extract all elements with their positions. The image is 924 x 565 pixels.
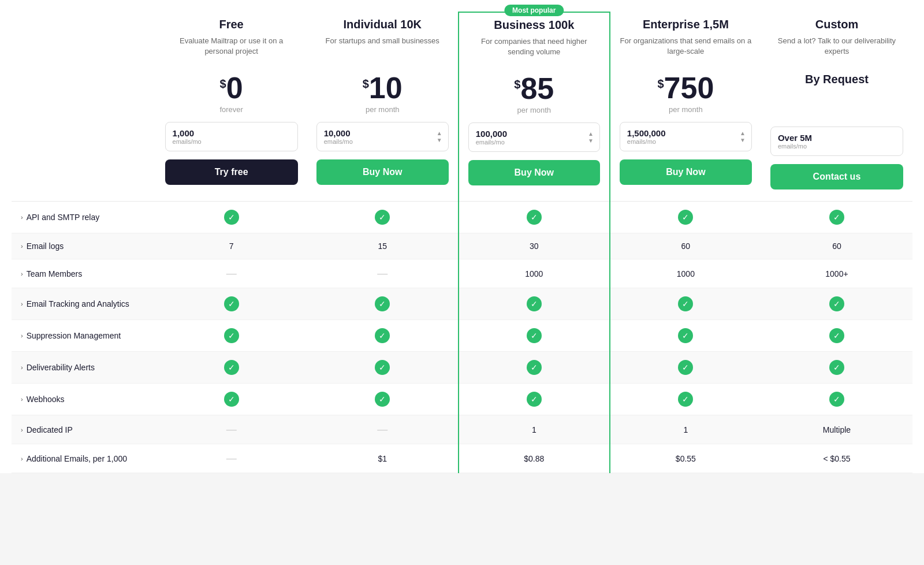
arrows-individual: ▲▼ (437, 130, 442, 144)
check-icon: ✓ (678, 210, 693, 225)
email-selector-individual[interactable]: 10,000 emails/mo ▲▼ (316, 122, 449, 151)
feature-label: ›Suppression Management (21, 331, 147, 340)
feature-name: API and SMTP relay (27, 213, 100, 222)
feature-value: $0.88 (524, 454, 544, 463)
chevron-icon[interactable]: › (21, 396, 23, 403)
check-icon: ✓ (678, 360, 693, 375)
cta-button-enterprise[interactable]: Buy Now (620, 159, 752, 185)
pricing-table: Free Evaluate Mailtrap or use it on a pe… (12, 12, 912, 473)
email-selector-free: 1,000 emails/mo (165, 122, 298, 151)
email-label-free: emails/mo (173, 138, 202, 145)
feature-value: $1 (378, 454, 387, 463)
check-icon: ✓ (375, 392, 390, 407)
email-selector-business[interactable]: 100,000 emails/mo ▲▼ (468, 122, 600, 152)
plan-col-enterprise: Enterprise 1,5M For organizations that s… (610, 12, 761, 202)
check-icon: ✓ (678, 296, 693, 311)
feature-value-cell: — (307, 259, 459, 288)
check-icon: ✓ (375, 328, 390, 343)
cta-button-individual[interactable]: Buy Now (316, 159, 449, 185)
plan-col-individual: Individual 10K For startups and small bu… (307, 12, 459, 202)
feature-row: ›Additional Emails, per 1,000—$1$0.88$0.… (12, 444, 912, 473)
feature-value-cell: < $0.55 (761, 444, 912, 473)
feature-value: 1000+ (825, 269, 848, 278)
feature-value: 1 (532, 425, 536, 434)
feature-value-cell: 30 (459, 233, 610, 259)
chevron-icon[interactable]: › (21, 364, 23, 371)
feature-label-cell: ›Webhooks (12, 384, 156, 415)
feature-value-cell: — (156, 259, 307, 288)
chevron-icon[interactable]: › (21, 243, 23, 250)
feature-value: $0.55 (676, 454, 696, 463)
feature-label-cell: ›Deliverability Alerts (12, 352, 156, 384)
feature-value: 1000 (525, 269, 543, 278)
feature-label-cell: ›Team Members (12, 259, 156, 288)
feature-value-cell: ✓ (761, 320, 912, 352)
feature-label: ›Dedicated IP (21, 425, 147, 434)
feature-label-cell: ›Suppression Management (12, 320, 156, 352)
plan-name-business: Business 100k (468, 18, 600, 32)
feature-value-cell: ✓ (156, 320, 307, 352)
feature-name: Team Members (27, 269, 82, 278)
price-currency-enterprise: $ (657, 77, 664, 91)
cta-button-custom[interactable]: Contact us (770, 164, 903, 189)
popular-badge: Most popular (504, 5, 564, 16)
plan-desc-business: For companies that need higher sending v… (468, 36, 600, 64)
feature-row: ›Email logs715306060 (12, 233, 912, 259)
feature-name: Email logs (27, 241, 64, 251)
chevron-icon[interactable]: › (21, 214, 23, 221)
price-value-business: 85 (520, 73, 554, 103)
feature-value: Multiple (823, 425, 851, 434)
feature-name: Additional Emails, per 1,000 (27, 454, 127, 463)
feature-value-cell: ✓ (156, 202, 307, 233)
feature-row: ›Team Members——100010001000+ (12, 259, 912, 288)
feature-value-cell: 7 (156, 233, 307, 259)
feature-row: ›Webhooks✓✓✓✓✓ (12, 384, 912, 415)
check-icon: ✓ (224, 392, 239, 407)
label-column-header (12, 12, 156, 202)
check-icon: ✓ (224, 328, 239, 343)
cta-button-business[interactable]: Buy Now (468, 160, 600, 185)
check-icon: ✓ (527, 296, 542, 311)
feature-name: Suppression Management (27, 331, 121, 340)
feature-value-cell: ✓ (459, 352, 610, 384)
check-icon: ✓ (829, 296, 844, 311)
check-icon: ✓ (527, 360, 542, 375)
price-value-individual: 10 (369, 73, 403, 103)
chevron-icon[interactable]: › (21, 455, 23, 462)
price-currency-free: $ (220, 77, 226, 91)
plan-price-custom: By Request (770, 73, 903, 107)
feature-label: ›API and SMTP relay (21, 213, 147, 222)
email-value-custom: Over 5M (778, 133, 812, 143)
cta-button-free[interactable]: Try free (165, 159, 298, 185)
chevron-icon[interactable]: › (21, 332, 23, 339)
feature-value-cell: $0.88 (459, 444, 610, 473)
email-value-business: 100,000 (476, 129, 507, 139)
arrows-business: ▲▼ (588, 131, 594, 144)
feature-label-cell: ›Email logs (12, 233, 156, 259)
feature-value-cell: ✓ (761, 352, 912, 384)
price-period-free: forever (165, 105, 298, 114)
check-icon: ✓ (224, 360, 239, 375)
email-label-business: emails/mo (476, 139, 505, 146)
chevron-icon[interactable]: › (21, 270, 23, 277)
price-value-enterprise: 750 (664, 73, 714, 103)
plan-col-custom: Custom Send a lot? Talk to our deliverab… (761, 12, 912, 202)
chevron-icon[interactable]: › (21, 300, 23, 307)
feature-value-cell: 1000+ (761, 259, 912, 288)
chevron-icon[interactable]: › (21, 426, 23, 433)
check-icon: ✓ (829, 328, 844, 343)
dash-icon: — (226, 452, 237, 464)
feature-value-cell: 1 (610, 415, 761, 444)
check-icon: ✓ (224, 296, 239, 311)
feature-value-cell: ✓ (610, 202, 761, 233)
feature-label: ›Email logs (21, 241, 147, 251)
email-selector-enterprise[interactable]: 1,500,000 emails/mo ▲▼ (620, 122, 752, 151)
plan-name-custom: Custom (770, 18, 903, 31)
feature-value: 7 (229, 241, 234, 251)
feature-value-cell: ✓ (459, 202, 610, 233)
feature-value-cell: ✓ (610, 384, 761, 415)
dash-icon: — (226, 423, 237, 435)
feature-value-cell: ✓ (156, 288, 307, 320)
check-icon: ✓ (678, 392, 693, 407)
feature-name: Email Tracking and Analytics (27, 299, 129, 308)
